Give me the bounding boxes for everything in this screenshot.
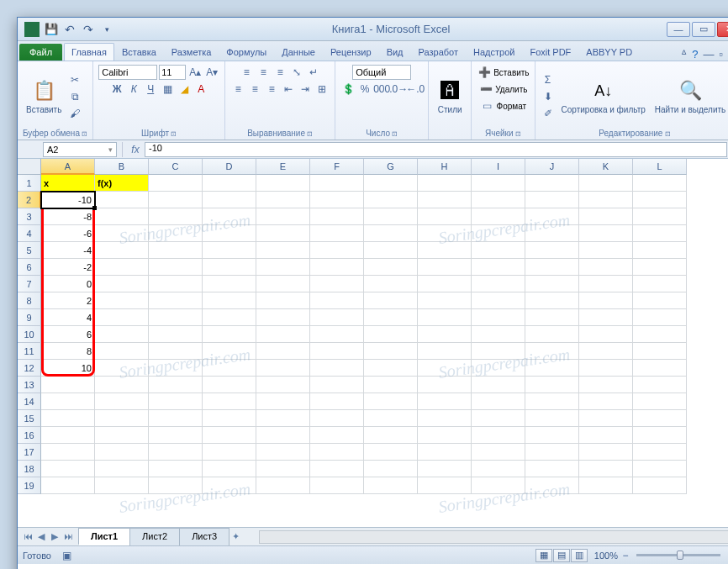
excel-icon[interactable] xyxy=(24,22,40,37)
cell[interactable] xyxy=(525,360,579,377)
cell[interactable] xyxy=(149,259,203,276)
fill-color-icon[interactable]: ◢ xyxy=(177,82,192,97)
ribbon-tab-надстрой[interactable]: Надстрой xyxy=(466,43,522,61)
cell[interactable] xyxy=(472,461,525,477)
cell[interactable] xyxy=(310,326,364,343)
row-header[interactable]: 12 xyxy=(18,360,41,377)
clear-icon[interactable]: ✐ xyxy=(541,106,556,121)
redo-icon[interactable] xyxy=(80,21,97,38)
row-header[interactable]: 6 xyxy=(18,259,41,276)
cell[interactable] xyxy=(579,461,633,477)
row-header[interactable]: 17 xyxy=(18,444,41,461)
row-header[interactable]: 3 xyxy=(18,208,41,225)
cell[interactable] xyxy=(472,208,525,225)
cell[interactable] xyxy=(418,242,472,259)
font-size-select[interactable] xyxy=(159,65,186,80)
cell[interactable] xyxy=(310,410,364,427)
cell[interactable] xyxy=(149,242,203,259)
cell[interactable] xyxy=(41,377,95,393)
column-header[interactable]: L xyxy=(633,159,687,175)
cell[interactable] xyxy=(579,192,633,208)
cell[interactable]: 8 xyxy=(41,343,95,360)
cell[interactable] xyxy=(203,292,256,309)
cell[interactable] xyxy=(364,377,418,393)
cell[interactable] xyxy=(472,360,525,377)
cell[interactable] xyxy=(525,377,579,393)
cell[interactable] xyxy=(149,360,203,377)
zoom-out-icon[interactable]: − xyxy=(618,548,633,563)
cell[interactable] xyxy=(579,393,633,410)
cell[interactable] xyxy=(149,461,203,477)
row-header[interactable]: 10 xyxy=(18,326,41,343)
align-bottom-icon[interactable]: ≡ xyxy=(272,65,288,80)
cell[interactable] xyxy=(95,444,149,461)
cell[interactable] xyxy=(633,276,687,292)
row-header[interactable]: 19 xyxy=(18,477,41,494)
zoom-in-icon[interactable]: + xyxy=(724,548,728,563)
cell[interactable]: -4 xyxy=(41,242,95,259)
cell[interactable] xyxy=(310,360,364,377)
cell[interactable] xyxy=(525,461,579,477)
cell[interactable] xyxy=(310,276,364,292)
column-header[interactable]: E xyxy=(256,159,310,175)
cell[interactable] xyxy=(525,410,579,427)
cell[interactable] xyxy=(472,477,525,494)
cell[interactable]: 4 xyxy=(41,309,95,326)
cell[interactable] xyxy=(310,259,364,276)
format-label[interactable]: Формат xyxy=(497,102,527,111)
minimize-button[interactable]: — xyxy=(667,22,690,37)
cell[interactable] xyxy=(364,259,418,276)
column-header[interactable]: F xyxy=(310,159,364,175)
zoom-level[interactable]: 100% xyxy=(594,551,618,561)
cell[interactable] xyxy=(203,427,256,444)
cell-styles-button[interactable]: 🅰 Стили xyxy=(434,76,466,116)
ribbon-tab-формулы[interactable]: Формулы xyxy=(219,43,274,61)
cell[interactable] xyxy=(149,276,203,292)
cell[interactable] xyxy=(364,343,418,360)
name-box[interactable]: A2 xyxy=(43,142,117,157)
cell[interactable] xyxy=(203,360,256,377)
format-painter-icon[interactable]: 🖌 xyxy=(67,106,82,121)
cell[interactable] xyxy=(472,444,525,461)
sheet-tab[interactable]: Лист1 xyxy=(78,528,130,545)
column-header[interactable]: B xyxy=(95,159,149,175)
increase-decimal-icon[interactable]: .0→ xyxy=(391,82,406,97)
cell[interactable] xyxy=(525,343,579,360)
cell[interactable] xyxy=(149,393,203,410)
font-name-select[interactable] xyxy=(98,65,157,80)
cell[interactable] xyxy=(633,444,687,461)
cell[interactable] xyxy=(633,326,687,343)
cell[interactable]: 2 xyxy=(41,292,95,309)
row-header[interactable]: 2 xyxy=(18,192,41,208)
prev-sheet-icon[interactable]: ◀ xyxy=(34,531,48,542)
cell[interactable] xyxy=(472,326,525,343)
cell[interactable] xyxy=(525,276,579,292)
cell[interactable] xyxy=(633,377,687,393)
cell[interactable]: 10 xyxy=(41,360,95,377)
cell[interactable] xyxy=(364,444,418,461)
cell[interactable] xyxy=(418,393,472,410)
cell[interactable] xyxy=(256,225,310,242)
fx-icon[interactable]: fx xyxy=(126,144,145,155)
cell[interactable] xyxy=(41,427,95,444)
cell[interactable] xyxy=(364,208,418,225)
cell[interactable] xyxy=(472,393,525,410)
cell[interactable]: -8 xyxy=(41,208,95,225)
row-header[interactable]: 8 xyxy=(18,292,41,309)
cell[interactable] xyxy=(203,326,256,343)
zoom-slider[interactable] xyxy=(636,554,720,556)
cell[interactable]: -6 xyxy=(41,225,95,242)
cell[interactable] xyxy=(579,242,633,259)
qat-dropdown-icon[interactable] xyxy=(98,21,115,38)
cell[interactable] xyxy=(95,208,149,225)
cell[interactable] xyxy=(525,292,579,309)
doc-minimize-icon[interactable]: — xyxy=(703,48,714,61)
column-header[interactable]: H xyxy=(418,159,472,175)
cell[interactable] xyxy=(418,360,472,377)
cell[interactable] xyxy=(203,225,256,242)
column-header[interactable]: A xyxy=(41,159,95,175)
cell[interactable] xyxy=(149,343,203,360)
cell[interactable] xyxy=(149,309,203,326)
cell[interactable]: 0 xyxy=(41,276,95,292)
cell[interactable] xyxy=(418,225,472,242)
